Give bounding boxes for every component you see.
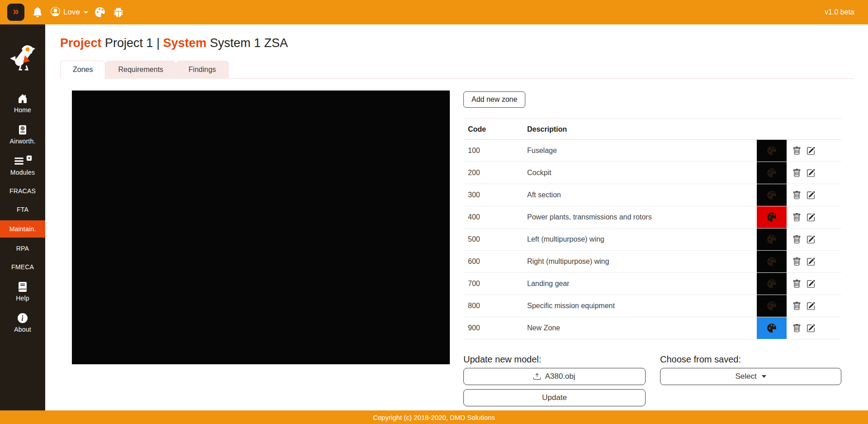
sidebar-toggle-button[interactable]: » [7,4,24,21]
delete-zone-button[interactable] [793,280,801,288]
update-model-button[interactable]: Update [463,389,646,406]
zone-color-cell [757,251,787,273]
palette-icon [767,324,776,333]
trash-icon [793,302,801,310]
sidebar-item-modules[interactable]: Modules [0,152,45,180]
sidebar-item-airworth[interactable]: Airworth. [0,121,45,149]
zone-color-swatch[interactable] [757,162,787,184]
edit-icon [807,147,815,155]
edit-icon [807,191,815,200]
edit-zone-button[interactable] [807,280,815,288]
zone-color-cell [757,295,787,317]
zone-actions [787,229,841,251]
version-label: v1.0 beta [825,8,854,16]
sidebar-item-rpa[interactable]: RPA [0,241,45,256]
add-new-zone-button[interactable]: Add new zone [463,91,525,108]
select-saved-model-dropdown[interactable]: Select [660,368,841,385]
update-model-section: Update new model: A380.obj Update [463,354,646,406]
zone-description: Fuselage [523,140,757,162]
zone-description: Right (multipurpose) wing [523,251,757,273]
zones-table: Code Description 100Fuselage200Cockpit30… [463,119,841,339]
zone-code: 300 [463,184,523,206]
zone-color-swatch[interactable] [757,317,787,339]
zone-color-cell [757,206,787,229]
edit-zone-button[interactable] [807,169,815,177]
user-name: Love [63,8,80,17]
zone-code: 800 [463,295,523,317]
title-separator: | [156,36,160,50]
delete-zone-button[interactable] [793,257,801,266]
edit-icon [807,257,815,266]
project-label: Project [60,36,102,50]
tab-zones[interactable]: Zones [60,61,105,79]
zone-code: 600 [463,251,523,273]
sidebar-item-fracas[interactable]: FRACAS [0,183,45,199]
sidebar-item-label: Help [16,295,29,302]
palette-icon [767,213,776,222]
sidebar-item-fta[interactable]: FTA [0,202,45,217]
sidebar-item-label: Modules [10,169,35,176]
palette-icon [767,191,776,200]
zone-color-swatch[interactable] [757,251,787,272]
bell-icon[interactable] [33,7,42,17]
zone-actions [787,184,841,206]
zone-description: New Zone [523,317,757,339]
upload-icon [533,373,541,380]
edit-zone-button[interactable] [807,302,815,310]
zone-color-swatch[interactable] [757,206,787,228]
zone-row: 400Power plants, transmissions and rotor… [463,206,841,229]
tab-findings[interactable]: Findings [176,61,228,79]
model-file-name: A380.obj [545,372,575,381]
sidebar-item-fmeca[interactable]: FMECA [0,259,45,275]
zone-description: Left (multipurpose) wing [523,229,757,251]
edit-zone-button[interactable] [807,147,815,155]
zone-color-cell [757,317,787,339]
trash-icon [793,169,801,177]
update-model-label: Update new model: [463,354,646,365]
edit-zone-button[interactable] [807,213,815,222]
sidebar-item-label: FTA [17,206,28,213]
zone-actions [787,251,841,273]
trash-icon [793,280,801,288]
tab-requirements[interactable]: Requirements [105,61,176,79]
trash-icon [793,191,801,200]
edit-zone-button[interactable] [807,191,815,200]
delete-zone-button[interactable] [793,191,801,200]
edit-zone-button[interactable] [807,235,815,244]
zone-color-swatch[interactable] [757,273,787,295]
zone-color-swatch[interactable] [757,140,787,162]
palette-icon [767,146,776,155]
palette-icon[interactable] [95,7,105,17]
choose-saved-section: Choose from saved: Select [660,354,841,406]
zones-panel: Add new zone Code Description 100Fuselag… [463,91,841,406]
sidebar-item-home[interactable]: Home [0,90,45,118]
zones-table-body: 100Fuselage200Cockpit300Aft section400Po… [463,140,841,339]
palette-icon [767,257,776,266]
edit-zone-button[interactable] [807,257,815,266]
zone-color-swatch[interactable] [757,229,787,250]
zone-color-swatch[interactable] [757,295,787,317]
delete-zone-button[interactable] [793,324,801,333]
footer: Copyright (c) 2018-2020, DMD Solutions [0,410,868,424]
zone-description: Specific mission equipment [523,295,757,317]
model-file-button[interactable]: A380.obj [463,368,646,385]
delete-zone-button[interactable] [793,147,801,155]
delete-zone-button[interactable] [793,302,801,310]
sidebar-item-help[interactable]: Help [0,278,45,306]
tab-bar: ZonesRequirementsFindings [60,60,854,79]
user-menu[interactable]: Love [51,7,88,18]
model-viewer-canvas[interactable] [72,91,450,364]
zone-color-swatch[interactable] [757,184,787,206]
bug-icon[interactable] [113,7,123,17]
sidebar-item-maintain[interactable]: Maintain. [0,220,45,238]
delete-zone-button[interactable] [793,235,801,244]
zone-actions [787,317,841,339]
edit-zone-button[interactable] [807,324,815,333]
sidebar-item-about[interactable]: About [0,309,45,337]
delete-zone-button[interactable] [793,213,801,222]
delete-zone-button[interactable] [793,169,801,177]
double-chevron-right-icon: » [13,6,19,17]
main-content: Project Project 1 | System System 1 ZSA … [45,24,868,410]
zone-row: 700Landing gear [463,273,841,295]
zone-row: 100Fuselage [463,140,841,162]
